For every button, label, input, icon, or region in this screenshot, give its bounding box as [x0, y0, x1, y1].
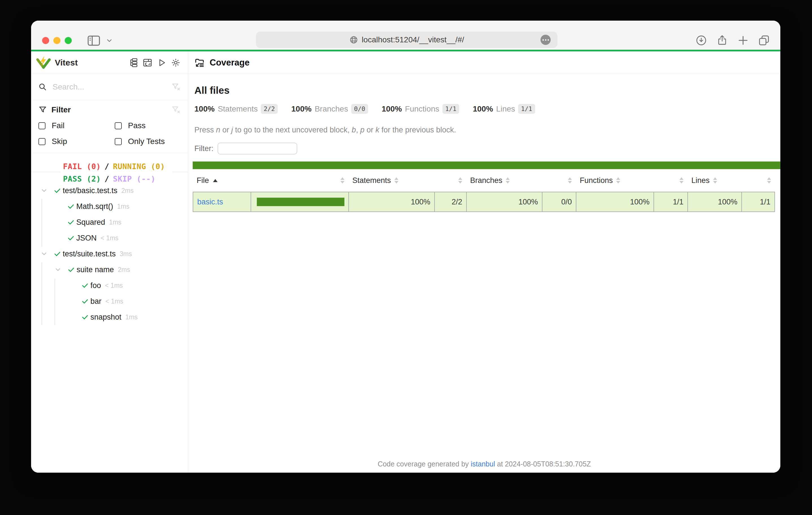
dashboard-icon[interactable]: [143, 58, 152, 67]
chevron-down-icon[interactable]: [40, 187, 48, 194]
column-header-file[interactable]: File: [193, 169, 251, 192]
checkbox-icon[interactable]: [115, 122, 122, 129]
test-tree-item[interactable]: Math.sqrt()1ms: [31, 199, 188, 214]
test-duration: < 1ms: [106, 298, 123, 305]
test-name: Squared: [76, 218, 105, 227]
test-tree-item[interactable]: suite name2ms: [31, 262, 188, 277]
sort-icon[interactable]: [341, 177, 344, 184]
filter-option-pass[interactable]: Pass: [115, 118, 180, 133]
coverage-filter-input[interactable]: [218, 143, 297, 154]
sort-icon[interactable]: [679, 177, 684, 184]
indent-guide: [41, 199, 42, 247]
app-title: Vitest: [55, 58, 128, 67]
pass-check-icon: [54, 187, 61, 194]
share-icon[interactable]: [716, 34, 728, 47]
coverage-stat-branches: 100%Branches0/0: [291, 104, 368, 114]
filter-header: Filter: [38, 103, 180, 117]
coverage-report: All files 100%Statements2/2100%Branches0…: [188, 74, 780, 473]
column-header-sorter[interactable]: [434, 169, 466, 192]
indent-guide: [41, 262, 42, 325]
column-header-statements[interactable]: Statements: [348, 169, 434, 192]
url-bar[interactable]: localhost:51204/__vitest__/#/: [256, 32, 557, 48]
pass-check-icon: [81, 298, 89, 305]
tab-overview-icon[interactable]: [758, 34, 770, 47]
sort-icon[interactable]: [458, 177, 462, 184]
test-duration: 1ms: [109, 218, 121, 226]
test-tree-item[interactable]: JSON< 1ms: [31, 230, 188, 246]
column-header-lines[interactable]: Lines: [688, 169, 742, 192]
hint-key: b: [352, 126, 356, 134]
coverage-header: Coverage: [188, 51, 780, 74]
filter-option-only-tests[interactable]: Only Tests: [115, 133, 180, 149]
coverage-stats: 100%Statements2/2100%Branches0/0100%Func…: [194, 104, 780, 114]
checkbox-icon[interactable]: [115, 138, 122, 145]
cell-value: 2/2: [434, 192, 466, 212]
filter-option-fail[interactable]: Fail: [38, 118, 115, 133]
test-tree-item[interactable]: test/basic.test.ts2ms: [31, 183, 188, 199]
hint-text: to go to the next uncovered block,: [233, 126, 352, 134]
run-all-icon[interactable]: [157, 58, 166, 67]
test-name: snapshot: [90, 313, 121, 322]
minimize-window-button[interactable]: [53, 37, 60, 44]
column-header-sorter[interactable]: [542, 169, 576, 192]
sort-icon[interactable]: [395, 177, 398, 184]
checkbox-icon[interactable]: [38, 138, 46, 145]
column-header-branches[interactable]: Branches: [466, 169, 542, 192]
hint-text: Press: [194, 126, 216, 134]
sidebar-toggle-icon[interactable]: [87, 35, 100, 46]
stat-ratio-badge: 2/2: [261, 104, 278, 114]
chevron-down-icon[interactable]: [54, 266, 62, 273]
test-status-summary: FAIL (0)/RUNNING (0)PASS (2)/SKIP (--): [31, 153, 188, 183]
column-header-sorter[interactable]: [742, 169, 775, 192]
sort-icon[interactable]: [506, 177, 510, 184]
filter-options: FailPassSkipOnly Tests: [38, 118, 180, 149]
clear-filter-icon[interactable]: [172, 105, 180, 114]
sort-asc-icon: [213, 179, 218, 182]
status-segment: RUNNING (0): [113, 162, 165, 171]
test-duration: 1ms: [125, 313, 138, 321]
cell-file: basic.ts: [193, 192, 251, 212]
close-window-button[interactable]: [42, 37, 49, 44]
toolbar-chevron-down-icon[interactable]: [106, 38, 113, 44]
footer-prefix: Code coverage generated by: [378, 460, 471, 468]
zoom-window-button[interactable]: [65, 37, 72, 44]
checkbox-icon[interactable]: [38, 122, 46, 129]
hint-key: k: [376, 126, 379, 134]
url-text: localhost:51204/__vitest__/#/: [361, 35, 464, 44]
test-name: JSON: [76, 234, 97, 243]
tree-view-icon[interactable]: [128, 58, 138, 67]
sort-icon[interactable]: [616, 177, 620, 184]
new-tab-icon[interactable]: [737, 34, 749, 47]
search-input[interactable]: [52, 82, 166, 92]
file-link[interactable]: basic.ts: [197, 198, 223, 206]
chevron-down-icon[interactable]: [40, 250, 48, 258]
cell-value: 100%: [466, 192, 542, 212]
test-tree-item[interactable]: Squared1ms: [31, 214, 188, 230]
sidebar-header: Vitest: [31, 51, 188, 74]
sort-icon[interactable]: [713, 177, 717, 184]
footer-suffix: at 2024-08-05T08:51:30.705Z: [495, 460, 591, 468]
all-files-heading: All files: [194, 85, 780, 96]
theme-toggle-sun-icon[interactable]: [171, 58, 180, 67]
status-segment: SKIP (--): [113, 175, 156, 183]
desktop-background: localhost:51204/__vitest__/#/: [0, 0, 812, 515]
keyboard-hint: Press n or j to go to the next uncovered…: [194, 126, 780, 134]
test-name: bar: [90, 297, 102, 306]
pass-check-icon: [81, 313, 89, 321]
column-header-sorter[interactable]: [251, 169, 348, 192]
sort-icon[interactable]: [568, 177, 572, 184]
column-header-functions[interactable]: Functions: [576, 169, 654, 192]
istanbul-link[interactable]: istanbul: [471, 460, 495, 468]
column-header-sorter[interactable]: [654, 169, 688, 192]
coverage-panel: Coverage All files 100%Statements2/2100%…: [188, 51, 780, 473]
funnel-icon: [38, 105, 47, 114]
sort-icon[interactable]: [767, 177, 771, 184]
page-settings-ellipsis-button[interactable]: [541, 35, 551, 45]
test-tree: test/basic.test.ts2msMath.sqrt()1msSquar…: [31, 183, 188, 473]
filter-option-skip[interactable]: Skip: [38, 133, 115, 149]
sidebar-header-actions: [128, 58, 180, 67]
test-tree-item[interactable]: test/suite.test.ts3ms: [31, 246, 188, 262]
filter-option-label: Pass: [128, 121, 145, 130]
clear-search-filter-icon[interactable]: [172, 83, 180, 91]
downloads-icon[interactable]: [695, 34, 707, 47]
